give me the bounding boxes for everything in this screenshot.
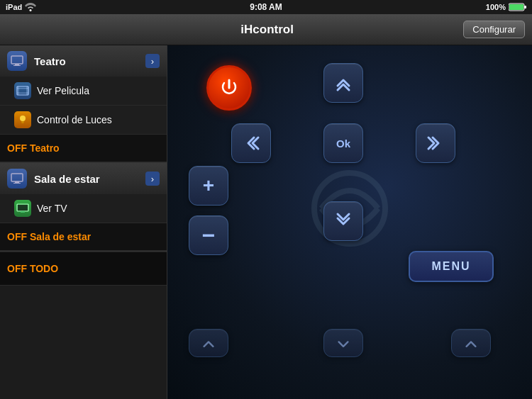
vol-down-label: − <box>202 224 216 247</box>
ver-pelicula-label: Ver Pelicula <box>37 85 89 96</box>
ok-label: Ok <box>336 137 350 150</box>
up-button[interactable] <box>323 63 363 103</box>
battery-label: 100% <box>486 3 506 11</box>
status-left: iPad <box>6 3 36 11</box>
tv2-icon <box>11 172 23 185</box>
sala-icon <box>7 169 27 189</box>
sala-header[interactable]: Sala de estar › <box>0 163 167 194</box>
svg-rect-11 <box>26 86 28 95</box>
svg-rect-14 <box>22 123 24 123</box>
off-sala-button[interactable]: OFF Sala de estar <box>0 223 167 251</box>
movie-icon <box>14 82 31 99</box>
volume-up-button[interactable]: + <box>189 166 228 206</box>
svg-rect-10 <box>18 86 19 95</box>
svg-rect-15 <box>11 174 23 181</box>
teatro-chevron[interactable]: › <box>145 54 160 68</box>
double-up-icon <box>333 73 353 93</box>
teatro-title: Teatro <box>34 55 138 67</box>
vol-up-label: + <box>203 174 214 197</box>
svg-rect-20 <box>21 211 25 213</box>
double-down-icon <box>333 211 353 231</box>
ver-tv-label: Ver TV <box>37 203 67 214</box>
menu-button[interactable]: MENU <box>409 251 494 282</box>
sidebar-item-ver-tv[interactable]: Ver TV <box>0 194 167 223</box>
svg-rect-4 <box>11 56 23 64</box>
sidebar-item-ver-pelicula[interactable]: Ver Pelicula <box>0 77 167 106</box>
ipad-label: iPad <box>6 3 22 11</box>
configurar-button[interactable]: Configurar <box>463 21 525 38</box>
status-right: 100% <box>486 3 526 11</box>
double-left-icon <box>241 133 261 153</box>
svg-rect-13 <box>21 121 24 123</box>
teatro-header[interactable]: Teatro › <box>0 45 167 77</box>
film-icon <box>16 84 29 97</box>
bottom-btn-2[interactable] <box>323 329 363 357</box>
remote-panel: Ok + − MENU <box>167 45 532 399</box>
status-time: 9:08 AM <box>250 2 282 12</box>
teatro-section: Teatro › Ver Pelicula <box>0 45 167 163</box>
bottom-btn-3[interactable] <box>451 329 491 357</box>
bulb-icon <box>16 113 29 126</box>
svg-rect-5 <box>15 64 19 65</box>
battery-icon <box>509 3 526 11</box>
svg-point-0 <box>30 9 32 11</box>
menu-label: MENU <box>431 260 470 273</box>
status-bar: iPad 9:08 AM 100% <box>0 0 532 14</box>
power-icon <box>218 77 240 99</box>
sala-section: Sala de estar › Ver TV OFF Sala de estar <box>0 163 167 252</box>
power-button[interactable] <box>206 65 252 111</box>
app-title: iHcontrol <box>71 23 463 37</box>
sala-title: Sala de estar <box>34 173 138 185</box>
sidebar-item-control-luces[interactable]: Control de Luces <box>0 106 167 135</box>
teatro-icon <box>7 51 27 71</box>
svg-rect-2 <box>524 6 526 9</box>
sala-chevron[interactable]: › <box>145 172 160 186</box>
svg-rect-6 <box>13 65 21 66</box>
down-button[interactable] <box>323 201 363 241</box>
ok-button[interactable]: Ok <box>323 123 363 163</box>
main-layout: Teatro › Ver Pelicula <box>0 45 532 399</box>
svg-rect-16 <box>15 181 19 183</box>
bottom-icon-3 <box>462 337 480 349</box>
control-luces-label: Control de Luces <box>37 114 112 125</box>
screen-icon <box>11 55 23 67</box>
bottom-icon-2 <box>335 337 352 349</box>
svg-rect-3 <box>509 4 523 10</box>
wifi-icon <box>25 3 36 11</box>
volume-down-button[interactable]: − <box>189 215 228 255</box>
tv-icon <box>14 200 31 217</box>
svg-rect-17 <box>13 183 21 184</box>
sidebar: Teatro › Ver Pelicula <box>0 45 167 399</box>
right-button[interactable] <box>416 123 455 163</box>
television-icon <box>16 202 29 215</box>
svg-point-12 <box>20 116 26 121</box>
light-icon <box>14 111 31 128</box>
bottom-btn-1[interactable] <box>189 329 228 357</box>
double-right-icon <box>426 133 445 153</box>
svg-rect-19 <box>18 205 28 210</box>
off-todo-button[interactable]: OFF TODO <box>0 252 167 286</box>
title-bar: iHcontrol Configurar <box>0 14 532 45</box>
left-button[interactable] <box>231 123 271 163</box>
bottom-icon-1 <box>200 337 217 349</box>
off-teatro-button[interactable]: OFF Teatro <box>0 135 167 162</box>
